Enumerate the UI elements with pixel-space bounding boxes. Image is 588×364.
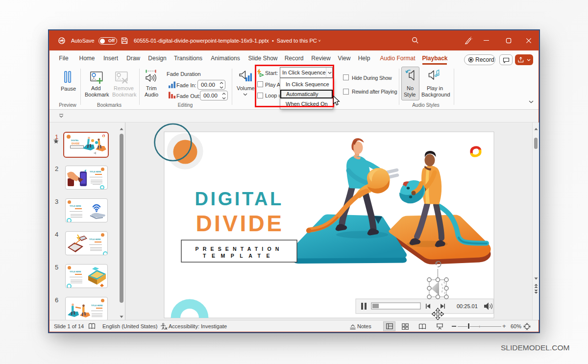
svg-text:DIGITAL: DIGITAL bbox=[195, 189, 284, 209]
svg-text:DIVIDE: DIVIDE bbox=[196, 211, 284, 236]
svg-text:P: P bbox=[60, 39, 63, 43]
svg-text:PRESENTATION: PRESENTATION bbox=[195, 246, 283, 252]
svg-text:TEMPLATE: TEMPLATE bbox=[203, 253, 275, 259]
svg-text:00:25.01: 00:25.01 bbox=[457, 303, 478, 309]
